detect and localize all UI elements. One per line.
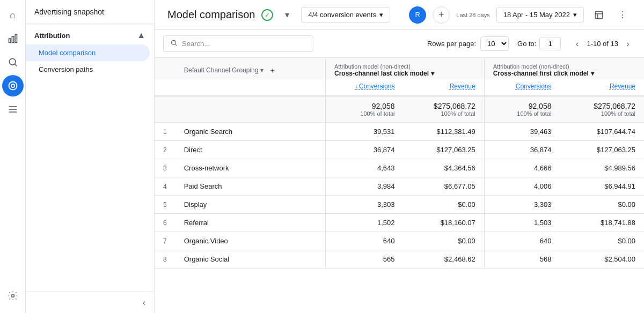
sidebar-item-model-comparison[interactable]: Model comparison — [26, 44, 150, 61]
row-conv1: 3,303 — [325, 196, 403, 214]
svg-point-6 — [11, 84, 14, 87]
settings-icon[interactable] — [2, 285, 24, 307]
svg-point-14 — [171, 40, 175, 44]
col-num-label — [155, 79, 175, 96]
svg-rect-11 — [595, 11, 603, 19]
row-rev1: $0.00 — [404, 196, 485, 214]
row-num: 7 — [155, 232, 175, 250]
row-rev1: $0.00 — [404, 232, 485, 250]
sidebar: Advertising snapshot Attribution ▲ Model… — [26, 0, 155, 313]
report-icon-btn[interactable] — [590, 6, 608, 24]
last-updated-label: Last 28 days — [456, 12, 489, 18]
chart-icon[interactable] — [2, 28, 24, 49]
row-conv1: 36,874 — [325, 141, 403, 159]
row-channel[interactable]: Direct — [175, 141, 326, 159]
row-rev2: $18,741.88 — [560, 214, 644, 232]
row-rev2: $0.00 — [560, 196, 644, 214]
next-page-btn[interactable]: › — [620, 36, 635, 51]
col-header-group-row: Default Channel Grouping ▾ + Attribution… — [155, 58, 644, 79]
row-num: 5 — [155, 196, 175, 214]
col-num-header — [155, 58, 175, 79]
row-conv2: 568 — [484, 250, 560, 269]
add-account-button[interactable]: + — [433, 6, 450, 24]
svg-line-15 — [175, 44, 177, 46]
model2-name: Cross-channel first click model — [493, 70, 589, 77]
total-rev1-cell: $275,068.72 100% of total — [404, 96, 485, 123]
sidebar-collapse-icon[interactable]: ‹ — [143, 298, 145, 308]
header-right: R + Last 28 days 18 Apr - 15 May 2022 ▾ … — [409, 6, 631, 24]
row-rev2: $6,944.91 — [560, 177, 644, 196]
conversion-events-arrow: ▾ — [379, 11, 383, 19]
row-rev2: $127,063.25 — [560, 141, 644, 159]
rows-per-page-select[interactable]: 10 25 50 — [480, 36, 509, 51]
svg-rect-1 — [12, 36, 13, 43]
row-rev1: $2,468.62 — [404, 250, 485, 269]
status-check-icon[interactable]: ✓ — [261, 9, 273, 21]
row-channel[interactable]: Cross-network — [175, 159, 326, 177]
row-channel[interactable]: Referral — [175, 214, 326, 232]
sidebar-advertising-snapshot[interactable]: Advertising snapshot — [26, 0, 154, 24]
conv-down-arrow: ↓ — [355, 84, 358, 90]
page-title: Model comparison — [167, 9, 255, 21]
channel-grouping-label: Default Channel Grouping — [184, 66, 259, 74]
table-row: 3 Cross-network 4,643 $4,364.56 4,666 $4… — [155, 159, 644, 177]
model1-selector[interactable]: Cross-channel last click model ▾ — [334, 70, 475, 77]
svg-point-5 — [9, 82, 17, 90]
target-icon[interactable] — [2, 75, 24, 96]
row-channel[interactable]: Organic Search — [175, 123, 326, 141]
model2-group-header: Attribution model (non-direct) Cross-cha… — [484, 58, 644, 79]
chevron-up-icon[interactable]: ▲ — [137, 31, 145, 40]
total-rev2-cell: $275,068.72 100% of total — [560, 96, 644, 123]
col-model1-rev-label: Revenue — [404, 79, 485, 96]
row-conv2: 640 — [484, 232, 560, 250]
row-num: 8 — [155, 250, 175, 269]
total-num-cell — [155, 96, 175, 123]
home-icon[interactable]: ⌂ — [2, 4, 24, 26]
main-content: Model comparison ✓ ▾ 4/4 conversion even… — [155, 0, 644, 313]
page-nav: ‹ 1-10 of 13 › — [569, 36, 635, 51]
svg-point-10 — [11, 295, 14, 297]
rows-per-page-label: Rows per page: — [427, 40, 476, 48]
col-header-labels-row: ↓ Conversions Revenue Conversions Revenu… — [155, 79, 644, 96]
goto-label: Go to: — [517, 40, 536, 48]
channel-grouping-selector[interactable]: Default Channel Grouping ▾ — [184, 66, 264, 74]
date-range-button[interactable]: 18 Apr - 15 May 2022 ▾ — [496, 7, 584, 23]
header-left: Model comparison ✓ ▾ 4/4 conversion even… — [167, 7, 390, 23]
data-table: Default Channel Grouping ▾ + Attribution… — [155, 58, 644, 269]
search-icon — [170, 39, 178, 48]
goto-input[interactable] — [539, 37, 561, 50]
row-conv1: 565 — [325, 250, 403, 269]
conversion-events-label: 4/4 conversion events — [308, 11, 376, 19]
rows-per-page-control: Rows per page: 10 25 50 — [427, 36, 509, 51]
search-box[interactable]: Search... — [163, 35, 313, 52]
table-row: 5 Display 3,303 $0.00 3,303 $0.00 — [155, 196, 644, 214]
table-row: 8 Organic Social 565 $2,468.62 568 $2,50… — [155, 250, 644, 269]
col-model2-conv-label: Conversions — [484, 79, 560, 96]
prev-page-btn[interactable]: ‹ — [569, 36, 584, 51]
table-row: 7 Organic Video 640 $0.00 640 $0.00 — [155, 232, 644, 250]
row-conv1: 39,531 — [325, 123, 403, 141]
row-conv2: 4,006 — [484, 177, 560, 196]
row-num: 4 — [155, 177, 175, 196]
row-rev1: $18,160.07 — [404, 214, 485, 232]
row-rev2: $2,504.00 — [560, 250, 644, 269]
svg-line-4 — [14, 64, 17, 66]
search-nav-icon[interactable] — [2, 51, 24, 73]
sidebar-item-conversion-paths[interactable]: Conversion paths — [26, 61, 150, 78]
row-conv2: 4,666 — [484, 159, 560, 177]
row-channel[interactable]: Paid Search — [175, 177, 326, 196]
model2-selector[interactable]: Cross-channel first click model ▾ — [493, 70, 635, 77]
row-channel[interactable]: Display — [175, 196, 326, 214]
more-options-icon[interactable]: ⋮ — [614, 6, 631, 24]
row-conv2: 39,463 — [484, 123, 560, 141]
table-toolbar: Search... Rows per page: 10 25 50 Go to:… — [155, 30, 644, 58]
add-dimension-btn[interactable]: + — [267, 65, 277, 76]
avatar[interactable]: R — [409, 6, 426, 24]
row-channel[interactable]: Organic Social — [175, 250, 326, 269]
conversion-events-btn[interactable]: 4/4 conversion events ▾ — [301, 7, 390, 23]
model1-group-header: Attribution model (non-direct) Cross-cha… — [325, 58, 484, 79]
row-channel[interactable]: Organic Video — [175, 232, 326, 250]
list-icon[interactable] — [2, 99, 24, 120]
title-dropdown-btn[interactable]: ▾ — [280, 8, 295, 23]
model2-arrow: ▾ — [591, 70, 594, 77]
